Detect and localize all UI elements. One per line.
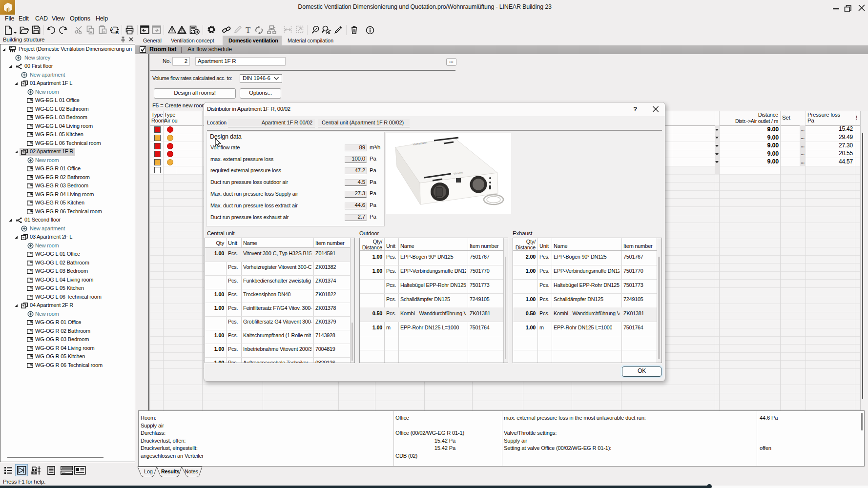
- svg-text:B: B: [116, 30, 119, 35]
- svg-text:T: T: [246, 25, 251, 35]
